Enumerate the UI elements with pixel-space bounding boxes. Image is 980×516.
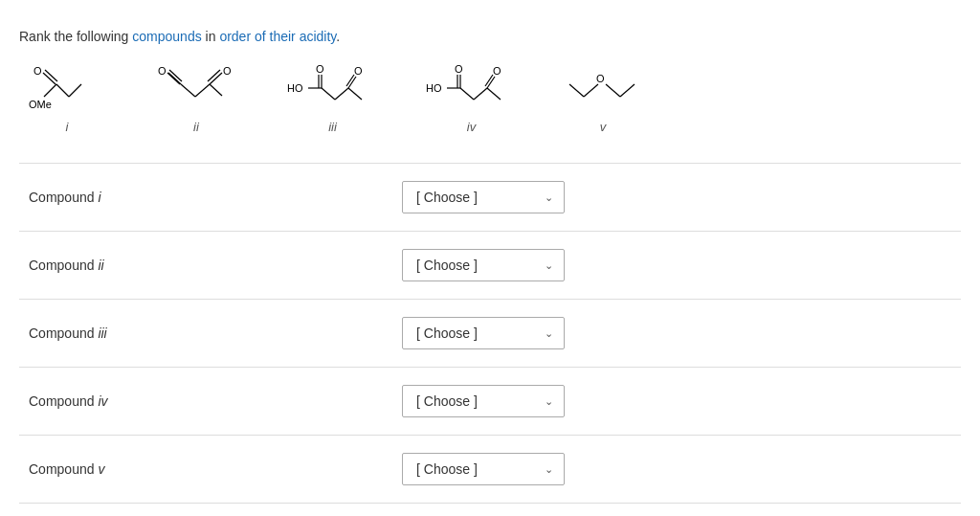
structure-i: O OMe: [29, 63, 105, 116]
svg-text:OMe: OMe: [29, 99, 52, 110]
page: Rank the following compounds in order of…: [0, 0, 980, 516]
compound-label-ii: ii: [193, 120, 199, 134]
select-wrapper-v: [ Choose ] 1 (most acidic) 2 3 4 5 (leas…: [402, 453, 565, 485]
svg-text:O: O: [455, 63, 463, 75]
compound-item-iii: HO O O iii: [287, 63, 378, 134]
compound-item-iv: HO O O iv: [426, 63, 517, 134]
compound-item-i: O OMe i: [29, 63, 105, 134]
svg-text:HO: HO: [426, 82, 442, 94]
svg-line-23: [335, 88, 348, 100]
label-compound-i: Compound i: [19, 190, 402, 205]
select-compound-iii[interactable]: [ Choose ] 1 (most acidic) 2 3 4 5 (leas…: [402, 317, 565, 349]
compound-label-iii: iii: [328, 120, 337, 134]
row-compound-v: Compound v [ Choose ] 1 (most acidic) 2 …: [19, 436, 961, 504]
label-compound-v: Compound v: [19, 461, 402, 477]
select-compound-i[interactable]: [ Choose ] 1 (most acidic) 2 3 4 5 (leas…: [402, 181, 565, 213]
structure-iii: HO O O: [287, 63, 378, 116]
svg-line-11: [195, 84, 210, 97]
compound-label-iv: iv: [467, 120, 476, 134]
select-wrapper-i: [ Choose ] 1 (most acidic) 2 3 4 5 (leas…: [402, 181, 565, 213]
svg-line-6: [69, 84, 81, 97]
svg-text:O: O: [493, 65, 501, 77]
svg-line-4: [44, 84, 56, 97]
svg-text:O: O: [33, 65, 42, 77]
structure-v: O: [565, 63, 641, 116]
row-compound-iv: Compound iv [ Choose ] 1 (most acidic) 2…: [19, 368, 961, 436]
structure-iv: HO O O: [426, 63, 517, 116]
svg-line-10: [181, 84, 195, 97]
select-wrapper-ii: [ Choose ] 1 (most acidic) 2 3 4 5 (leas…: [402, 249, 565, 281]
svg-text:O: O: [158, 65, 167, 77]
structure-ii: O O: [153, 63, 239, 116]
rows-section: Compound i [ Choose ] 1 (most acidic) 2 …: [19, 163, 961, 504]
select-wrapper-iii: [ Choose ] 1 (most acidic) 2 3 4 5 (leas…: [402, 317, 565, 349]
svg-text:O: O: [316, 63, 324, 75]
compounds-row: O OMe i O: [19, 63, 961, 134]
svg-line-33: [460, 88, 474, 100]
svg-text:HO: HO: [287, 82, 303, 94]
label-compound-iv: Compound iv: [19, 393, 402, 409]
svg-line-34: [474, 88, 487, 100]
label-compound-ii: Compound ii: [19, 258, 402, 273]
svg-text:O: O: [354, 65, 363, 77]
label-compound-iii: Compound iii: [19, 325, 402, 341]
svg-line-42: [606, 84, 620, 97]
highlight-acidity: order of their acidity: [219, 29, 336, 44]
svg-line-39: [569, 84, 584, 97]
select-compound-ii[interactable]: [ Choose ] 1 (most acidic) 2 3 4 5 (leas…: [402, 249, 565, 281]
svg-text:O: O: [596, 73, 605, 84]
row-compound-i: Compound i [ Choose ] 1 (most acidic) 2 …: [19, 164, 961, 232]
svg-line-16: [210, 84, 222, 96]
row-compound-iii: Compound iii [ Choose ] 1 (most acidic) …: [19, 300, 961, 368]
compound-label-i: i: [66, 120, 69, 134]
compound-item-ii: O O ii: [153, 63, 239, 134]
svg-line-43: [620, 84, 635, 97]
svg-text:O: O: [223, 65, 232, 77]
svg-line-40: [584, 84, 598, 97]
highlight-compounds: compounds: [132, 29, 201, 44]
svg-line-3: [56, 84, 69, 97]
svg-line-22: [322, 88, 335, 100]
select-wrapper-iv: [ Choose ] 1 (most acidic) 2 3 4 5 (leas…: [402, 385, 565, 417]
select-compound-iv[interactable]: [ Choose ] 1 (most acidic) 2 3 4 5 (leas…: [402, 385, 565, 417]
select-compound-v[interactable]: [ Choose ] 1 (most acidic) 2 3 4 5 (leas…: [402, 453, 565, 485]
svg-line-38: [487, 88, 501, 100]
svg-line-24: [348, 88, 362, 100]
compound-label-v: v: [600, 120, 607, 134]
question-title: Rank the following compounds in order of…: [19, 29, 961, 44]
row-compound-ii: Compound ii [ Choose ] 1 (most acidic) 2…: [19, 232, 961, 300]
compound-item-v: O v: [565, 63, 641, 134]
